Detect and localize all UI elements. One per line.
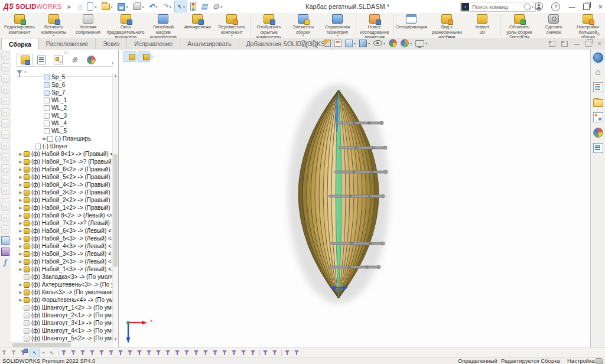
expand-arrow-icon[interactable]: ▶	[18, 175, 24, 180]
wrap-icon[interactable]	[1, 153, 9, 161]
dropdown-caret-icon[interactable]: ▾	[162, 33, 164, 37]
mates-button[interactable]: Условия сопряжения	[71, 13, 105, 38]
reference-geometry-button[interactable]: Справочная геометрия ▾	[320, 13, 354, 38]
dropdown-caret-icon[interactable]: ▾	[410, 41, 412, 46]
filter-surface-bodies-icon[interactable]	[89, 349, 96, 356]
command-search[interactable]: › ▾	[460, 2, 536, 12]
filter-surface-finish-icon[interactable]	[240, 349, 248, 356]
filter-datums-icon[interactable]	[231, 349, 238, 356]
ribbon-collapse-icon[interactable]: ∧	[596, 31, 600, 37]
filter-origins-icon[interactable]	[127, 349, 134, 356]
tree-item[interactable]: ▶ (ф) Набой_6<3> -> (Левый) <<По умо	[11, 227, 113, 235]
tree-item[interactable]: (ф) Шпангоут_3<1> -> (По умолчанию	[11, 319, 113, 327]
filter-coordinate-systems-icon[interactable]	[136, 349, 144, 356]
tree-item[interactable]: WL_5	[11, 127, 113, 135]
shell-icon[interactable]	[1, 131, 9, 139]
doc-restore-button[interactable]	[586, 41, 591, 47]
tree-item[interactable]: (ф) Шпангоут_1<2> -> (По умолчанию	[11, 304, 113, 311]
mirror-icon[interactable]	[1, 203, 9, 211]
tree-item[interactable]: ▶ (ф) Набой_1<2> -> (Правый) <<По ум	[11, 204, 113, 212]
expand-arrow-icon[interactable]: ▶	[18, 259, 24, 264]
linear-component-pattern-button[interactable]: Линейный массив компонентов ▾	[146, 13, 180, 38]
magnified-selection-icon[interactable]: ↖	[48, 349, 56, 356]
dropdown-caret-icon[interactable]: ▾	[53, 33, 54, 37]
filter-centerlines-icon[interactable]	[174, 349, 181, 356]
tree-item[interactable]: ▶ (ф) Набой_1<3> -> (Левый) <<По умо	[11, 265, 113, 273]
tree-item[interactable]: ▶ (ф) Набой_5<3> -> (Левый) <<По умо	[11, 235, 113, 242]
filter-midpoints-icon[interactable]	[165, 349, 172, 356]
filter-faces-icon[interactable]	[80, 349, 87, 356]
expand-arrow-icon[interactable]: ▶	[18, 290, 24, 295]
dropdown-caret-icon[interactable]: ▾	[383, 41, 385, 46]
section-view-icon[interactable]	[324, 40, 331, 47]
toolbar-separator[interactable]	[1, 199, 9, 199]
view-palette-icon[interactable]	[593, 112, 603, 122]
search-caret-icon[interactable]: ▾	[532, 5, 534, 9]
apply-scene-icon[interactable]	[401, 39, 409, 47]
expand-arrow-icon[interactable]: ▶	[18, 282, 24, 287]
tree-item[interactable]: Sp_7	[11, 89, 113, 96]
tree-item[interactable]: WL_2	[11, 104, 113, 112]
filter-balloons-icon[interactable]	[212, 349, 219, 356]
tree-item[interactable]: (ф) Шпангоут_2<1> -> (По умолчанию	[11, 311, 113, 319]
panel-tabs-expand-icon[interactable]: ›	[112, 60, 113, 66]
component-preview-window-button[interactable]: Окно предварительного просмотра компонен…	[105, 13, 146, 38]
tree-item[interactable]: ▶ (ф) Набой_7<1> ->? (Правый) <<По ум	[11, 158, 113, 165]
display-style-icon[interactable]	[359, 40, 367, 47]
filter-mates-icon[interactable]	[294, 349, 301, 356]
take-snapshot-button[interactable]: Сделать снимок	[536, 13, 571, 38]
expand-arrow-icon[interactable]: ▶	[18, 213, 24, 218]
filter-connection-points-icon[interactable]	[272, 349, 279, 356]
new-motion-study-button[interactable]: Новое исследование движения	[357, 13, 392, 38]
tree-item[interactable]: Sp_5	[11, 73, 113, 81]
expand-arrow-icon[interactable]: ▶	[18, 221, 24, 226]
tree-item[interactable]: ▶ (ф) Ахтерштевень<3> -> (По умолчани	[11, 281, 113, 288]
tree-item[interactable]: ▶ (ф) Киль<3> -> (По умолчанию) <<По	[11, 288, 113, 296]
command-tab[interactable]: Сборка	[1, 38, 39, 50]
fillet-icon[interactable]	[1, 52, 9, 60]
user-account-icon[interactable]	[535, 2, 543, 11]
filter-group-separator[interactable]	[58, 350, 58, 356]
mate-icon[interactable]	[1, 248, 9, 256]
filter-notes-icon[interactable]	[203, 349, 210, 356]
dropdown-caret-icon[interactable]: ▾	[368, 41, 370, 46]
tree-item[interactable]: ▶ (ф) Набой 8<1> -> (Правый) <<По ум	[11, 150, 113, 158]
tree-item[interactable]: ▶ (ф) Набой_4<3> -> (Левый) <<По умо	[11, 242, 113, 250]
expand-arrow-icon[interactable]: ▶	[18, 183, 24, 187]
filter-axes-icon[interactable]	[108, 349, 115, 356]
expand-arrow-icon[interactable]: ▶	[18, 298, 24, 303]
filter-group-separator-2[interactable]	[259, 350, 260, 356]
scrollbar-thumb[interactable]	[113, 154, 118, 267]
annotations-visibility-icon[interactable]	[334, 40, 341, 47]
expand-arrow-icon[interactable]: ▶	[18, 167, 24, 172]
edit-component-button[interactable]: Редактировать компонент	[2, 13, 37, 38]
filter-geometric-tolerances-icon[interactable]	[250, 349, 257, 356]
curve-icon[interactable]	[1, 225, 9, 233]
draft-icon[interactable]	[1, 164, 9, 173]
command-tab[interactable]: Расположение	[39, 38, 96, 49]
pattern-icon[interactable]	[1, 214, 9, 222]
filter-blocks-icon[interactable]	[262, 349, 269, 356]
search-icon[interactable]	[524, 4, 531, 10]
dropdown-caret-icon[interactable]: ▾	[354, 41, 356, 46]
filter-group-separator-3[interactable]	[281, 350, 282, 356]
select-tool-caret[interactable]: ▾	[43, 349, 46, 356]
toggle-selection-filters-icon[interactable]	[1, 349, 8, 356]
tree-horizontal-scrollbar[interactable]	[11, 342, 113, 347]
tree-item[interactable]: ▶ (ф) Форштевень<4> -> (По умолчанию	[11, 296, 113, 304]
restore-button[interactable]	[583, 4, 590, 10]
expand-arrow-icon[interactable]: ▶	[18, 190, 24, 195]
dropdown-caret-icon[interactable]: ▾	[446, 33, 448, 37]
tree-item[interactable]: ▶ (ф) Набой_3<3> -> (Левый) <<По умо	[11, 250, 113, 258]
tree-item[interactable]: (-) Планширь	[11, 135, 113, 142]
smart-fasteners-button[interactable]: Автокрепежи	[180, 13, 214, 38]
graphics-viewport[interactable]: x	[119, 50, 591, 347]
cut-icon[interactable]	[1, 97, 9, 105]
expand-arrow-icon[interactable]: ▶	[18, 267, 24, 272]
appearances-scenes-icon[interactable]	[593, 128, 603, 138]
spline-icon[interactable]: ʃ	[2, 259, 9, 266]
doc-minimize-button[interactable]: —	[574, 41, 580, 47]
tree-item[interactable]: (ф) Закладка<3> -> (По умолчанию) <	[11, 273, 113, 281]
dropdown-caret-icon[interactable]: ▾	[425, 41, 427, 46]
tree-item[interactable]: WL_1	[11, 96, 113, 104]
